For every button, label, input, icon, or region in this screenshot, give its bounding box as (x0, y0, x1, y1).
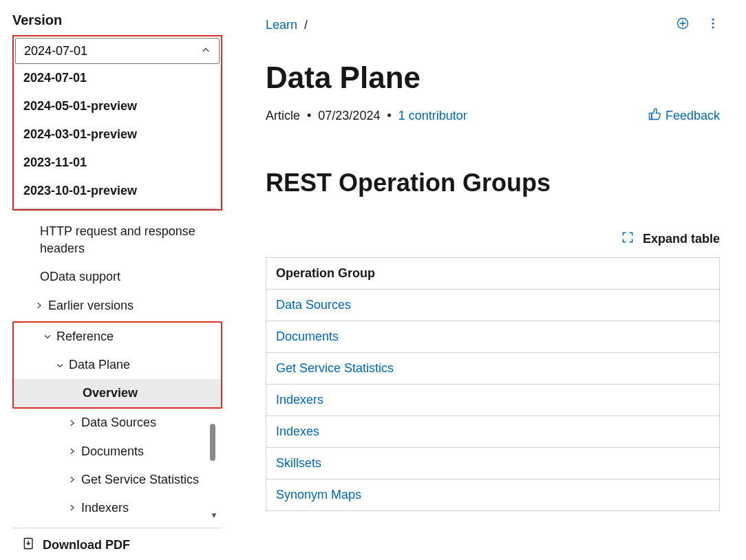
meta-separator: • (387, 109, 391, 123)
nav-item-earlier-versions[interactable]: Earlier versions (12, 292, 222, 320)
nav-label: Reference (56, 328, 114, 345)
nav-label: Data Plane (69, 356, 130, 374)
table-row: Get Service Statistics (266, 353, 720, 385)
table-row: Indexers (266, 385, 720, 416)
contributors-link[interactable]: 1 contributor (398, 109, 467, 123)
meta-separator: • (307, 109, 311, 123)
table-row: Documents (266, 321, 720, 353)
table-row: Synonym Maps (266, 480, 720, 511)
scroll-down-arrow-icon[interactable]: ▼ (210, 510, 217, 520)
nav-item-http-headers[interactable]: HTTP request and response headers (12, 217, 222, 263)
version-label: Version (12, 12, 222, 28)
op-link[interactable]: Indexes (276, 424, 319, 438)
version-select[interactable]: 2024-07-01 (15, 38, 220, 64)
version-selector-highlight: 2024-07-01 2024-07-01 2024-05-01-preview… (12, 35, 222, 211)
table-row: Indexes (266, 416, 720, 448)
nav-item-odata[interactable]: OData support (12, 263, 222, 291)
version-option[interactable]: 2024-05-01-preview (15, 92, 220, 120)
op-link[interactable]: Get Service Statistics (276, 361, 394, 375)
svg-point-4 (712, 26, 714, 28)
download-label: Download PDF (43, 538, 130, 552)
reference-highlight: Reference Data Plane Overview (12, 321, 222, 409)
expand-icon[interactable] (621, 230, 635, 248)
section-heading: REST Operation Groups (266, 169, 720, 197)
feedback-label: Feedback (665, 109, 720, 123)
table-row: Skillsets (266, 448, 720, 480)
svg-point-3 (712, 23, 714, 25)
page-title: Data Plane (266, 61, 720, 95)
op-link[interactable]: Skillsets (276, 456, 321, 470)
version-option[interactable]: 2024-07-01 (15, 64, 220, 92)
nav-label: Documents (81, 443, 144, 460)
nav-item-data-sources[interactable]: Data Sources (12, 409, 222, 437)
version-option[interactable]: 2024-03-01-preview (15, 120, 220, 149)
nav-item-get-service-statistics[interactable]: Get Service Statistics (12, 466, 222, 494)
nav-item-overview[interactable]: Overview (14, 379, 221, 407)
op-link[interactable]: Synonym Maps (276, 488, 361, 502)
nav-label: OData support (40, 268, 120, 286)
nav-item-indexers[interactable]: Indexers (12, 494, 222, 522)
chevron-up-icon (201, 44, 211, 58)
chevron-right-icon (67, 419, 77, 427)
download-pdf-button[interactable]: Download PDF (12, 528, 222, 560)
op-link[interactable]: Documents (276, 330, 339, 343)
table-header: Operation Group (266, 258, 720, 290)
operation-groups-table: Operation Group Data Sources Documents G… (266, 257, 720, 511)
scrollbar-thumb[interactable] (210, 424, 215, 461)
expand-table-button[interactable]: Expand table (643, 232, 720, 246)
breadcrumb-link-learn[interactable]: Learn (266, 18, 297, 32)
nav-label: HTTP request and response headers (40, 223, 222, 257)
chevron-right-icon (67, 447, 77, 455)
article-date: 07/23/2024 (318, 109, 380, 123)
feedback-button[interactable]: Feedback (648, 107, 720, 125)
nav-label: Data Sources (81, 414, 156, 431)
chevron-right-icon (34, 301, 44, 310)
chevron-right-icon (67, 504, 77, 512)
breadcrumb-separator: / (304, 18, 308, 32)
nav-label: Overview (83, 385, 138, 402)
nav-item-reference[interactable]: Reference (14, 323, 221, 351)
svg-point-2 (712, 19, 714, 21)
article-type: Article (266, 109, 300, 123)
sidebar-scrollbar[interactable]: ▼ (210, 424, 217, 520)
thumbs-up-icon (648, 107, 661, 125)
nav-item-documents[interactable]: Documents (12, 438, 222, 466)
more-icon[interactable] (706, 17, 720, 33)
add-icon[interactable] (676, 17, 690, 33)
nav-label: Get Service Statistics (81, 471, 199, 488)
nav-tree: HTTP request and response headers OData … (12, 217, 222, 522)
nav-label: Indexers (81, 499, 129, 517)
breadcrumb: Learn / (266, 17, 720, 33)
chevron-right-icon (67, 475, 77, 484)
nav-item-data-plane[interactable]: Data Plane (14, 351, 221, 379)
table-row: Data Sources (266, 290, 720, 321)
op-link[interactable]: Indexers (276, 393, 323, 407)
version-selected: 2024-07-01 (24, 44, 87, 58)
version-option[interactable]: 2023-11-01 (15, 149, 220, 177)
download-icon (22, 537, 36, 554)
version-option[interactable]: 2023-10-01-preview (15, 177, 220, 205)
nav-label: Earlier versions (48, 297, 134, 314)
chevron-down-icon (43, 332, 52, 341)
op-link[interactable]: Data Sources (276, 298, 351, 312)
version-dropdown: 2024-07-01 2024-05-01-preview 2024-03-01… (15, 64, 220, 208)
chevron-down-icon (55, 361, 65, 369)
